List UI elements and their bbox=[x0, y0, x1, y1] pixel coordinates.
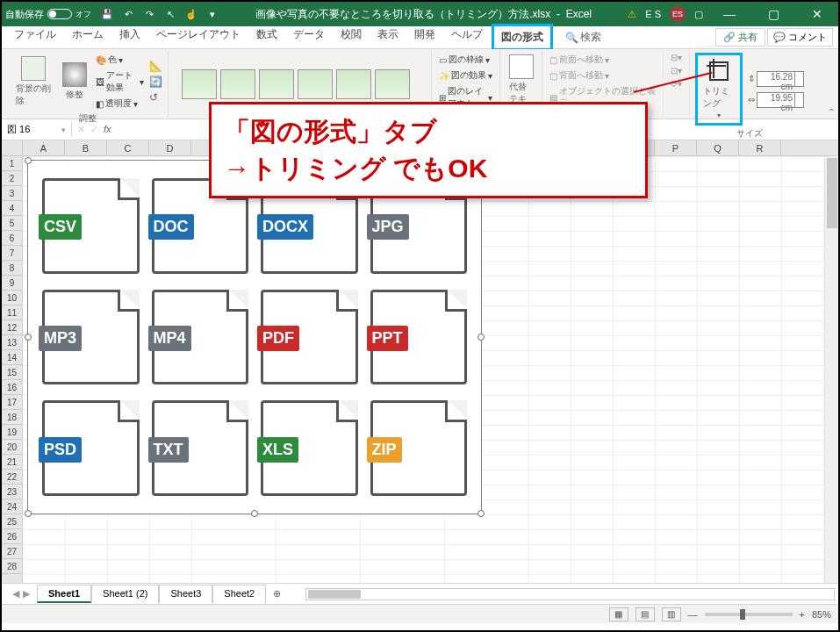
picture-border-button[interactable]: ▭ 図の枠線 ▾ bbox=[437, 53, 492, 67]
row-header[interactable]: 22 bbox=[2, 470, 22, 485]
column-header[interactable]: B bbox=[65, 140, 107, 155]
redo-icon[interactable]: ↷ bbox=[142, 7, 156, 21]
zoom-slider[interactable] bbox=[705, 613, 793, 616]
row-header[interactable]: 20 bbox=[2, 440, 22, 455]
sheet-tab[interactable]: Sheet1 (2) bbox=[91, 585, 159, 603]
style-thumb[interactable] bbox=[259, 69, 294, 99]
row-header[interactable]: 28 bbox=[2, 559, 22, 574]
page-break-button[interactable]: ▥ bbox=[662, 607, 681, 621]
user-avatar[interactable]: ES bbox=[670, 6, 686, 22]
name-box[interactable]: 図 16 ▾ bbox=[2, 123, 72, 136]
row-header[interactable]: 18 bbox=[2, 410, 22, 425]
color-button[interactable]: 🎨 色 ▾ bbox=[94, 53, 146, 67]
remove-background-button[interactable]: 背景の削除 bbox=[12, 54, 55, 109]
ribbon-display-icon[interactable]: ▢ bbox=[694, 9, 703, 20]
width-input[interactable]: 19.95 cm bbox=[757, 92, 804, 108]
tab-データ[interactable]: データ bbox=[286, 24, 332, 51]
resize-handle[interactable] bbox=[25, 334, 32, 341]
resize-handle[interactable] bbox=[477, 334, 485, 341]
style-thumb[interactable] bbox=[336, 69, 371, 99]
close-button[interactable]: ✕ bbox=[800, 7, 835, 21]
vertical-scrollbar[interactable] bbox=[824, 156, 838, 583]
save-icon[interactable]: 💾 bbox=[100, 7, 114, 21]
tab-図の形式[interactable]: 図の形式 bbox=[492, 24, 553, 51]
fx-icon[interactable]: fx bbox=[104, 124, 111, 135]
crop-button[interactable]: トリミング ▾ bbox=[700, 57, 738, 121]
reset-picture-icon[interactable]: ↺ bbox=[149, 91, 162, 104]
cells-area[interactable]: CSVDOCDOCXJPGMP3MP4PDFPPTPSDTXTXLSZIP bbox=[23, 156, 838, 583]
width-spinner[interactable] bbox=[794, 93, 803, 107]
slider-thumb[interactable] bbox=[740, 609, 745, 620]
worksheet-grid[interactable]: 1234567891011121314151617181920212223242… bbox=[2, 140, 838, 583]
add-sheet-button[interactable]: ⊕ bbox=[266, 588, 288, 600]
row-header[interactable]: 3 bbox=[2, 186, 22, 201]
row-header[interactable]: 15 bbox=[2, 365, 22, 380]
tab-ファイル[interactable]: ファイル bbox=[7, 24, 63, 51]
row-header[interactable]: 7 bbox=[2, 246, 22, 261]
column-header[interactable]: P bbox=[655, 140, 697, 155]
row-header[interactable]: 27 bbox=[2, 544, 22, 559]
style-thumb[interactable] bbox=[298, 69, 333, 99]
autosave-toggle[interactable]: 自動保存 オフ bbox=[5, 8, 91, 21]
minimize-button[interactable]: — bbox=[712, 7, 747, 21]
zoom-level[interactable]: 85% bbox=[812, 609, 831, 620]
sheet-tab[interactable]: Sheet2 bbox=[212, 585, 266, 603]
qat-more-icon[interactable]: ▾ bbox=[205, 7, 219, 21]
style-thumb[interactable] bbox=[375, 69, 410, 99]
tab-数式[interactable]: 数式 bbox=[249, 24, 284, 51]
cursor-icon[interactable]: ↖ bbox=[163, 7, 177, 21]
prev-sheet-icon[interactable]: ◀ bbox=[12, 588, 19, 600]
row-header[interactable]: 2 bbox=[2, 171, 22, 186]
scrollbar-thumb[interactable] bbox=[308, 590, 361, 599]
column-header[interactable]: R bbox=[739, 140, 781, 155]
row-header[interactable]: 13 bbox=[2, 335, 22, 350]
row-header[interactable]: 19 bbox=[2, 425, 22, 440]
sheet-nav[interactable]: ◀▶ bbox=[5, 588, 37, 600]
sheet-tab[interactable]: Sheet1 bbox=[37, 585, 91, 603]
style-thumb[interactable] bbox=[182, 69, 217, 99]
style-thumb[interactable] bbox=[220, 69, 255, 99]
height-spinner[interactable] bbox=[794, 72, 803, 86]
tab-校閲[interactable]: 校閲 bbox=[334, 24, 369, 51]
column-header[interactable]: A bbox=[23, 140, 65, 155]
row-header[interactable]: 5 bbox=[2, 216, 22, 231]
column-header[interactable]: D bbox=[149, 140, 191, 155]
compress-icon[interactable]: 📐 bbox=[149, 60, 162, 72]
next-sheet-icon[interactable]: ▶ bbox=[23, 588, 30, 600]
search-label[interactable]: 検索 bbox=[580, 30, 601, 45]
change-picture-icon[interactable]: 🔄 bbox=[149, 75, 162, 88]
row-header[interactable]: 17 bbox=[2, 395, 22, 410]
tab-挿入[interactable]: 挿入 bbox=[112, 24, 147, 51]
enter-formula-icon[interactable]: ✓ bbox=[90, 124, 98, 135]
share-button[interactable]: 🔗 共有 bbox=[715, 28, 765, 47]
row-header[interactable]: 26 bbox=[2, 529, 22, 544]
scrollbar-thumb[interactable] bbox=[827, 158, 837, 228]
maximize-button[interactable]: ▢ bbox=[756, 7, 791, 21]
group-icon[interactable]: ⊡▾ bbox=[671, 66, 682, 75]
resize-handle[interactable] bbox=[251, 510, 258, 517]
row-header[interactable]: 4 bbox=[2, 201, 22, 216]
tab-ページレイアウト[interactable]: ページレイアウト bbox=[149, 24, 248, 51]
tab-開発[interactable]: 開発 bbox=[407, 24, 442, 51]
transparency-button[interactable]: ◧ 透明度 ▾ bbox=[94, 97, 146, 111]
row-header[interactable]: 6 bbox=[2, 231, 22, 246]
warning-icon[interactable]: ⚠ bbox=[628, 9, 636, 20]
cancel-formula-icon[interactable]: ✕ bbox=[77, 124, 85, 135]
height-input[interactable]: 16.28 cm bbox=[757, 71, 804, 87]
row-header[interactable]: 1 bbox=[2, 156, 22, 171]
autosave-switch[interactable] bbox=[47, 9, 72, 19]
page-layout-button[interactable]: ▤ bbox=[635, 607, 655, 621]
normal-view-button[interactable]: ▦ bbox=[609, 607, 628, 621]
horizontal-scrollbar[interactable] bbox=[305, 588, 835, 600]
collapse-ribbon-icon[interactable]: ⌃ bbox=[828, 107, 835, 117]
column-header[interactable]: Q bbox=[697, 140, 739, 155]
zoom-in-button[interactable]: + bbox=[800, 609, 805, 620]
row-header[interactable]: 21 bbox=[2, 455, 22, 470]
row-headers[interactable]: 1234567891011121314151617181920212223242… bbox=[2, 140, 23, 583]
row-header[interactable]: 12 bbox=[2, 320, 22, 335]
picture-effects-button[interactable]: ✨ 図の効果 ▾ bbox=[437, 68, 494, 83]
resize-handle[interactable] bbox=[25, 510, 32, 517]
resize-handle[interactable] bbox=[477, 510, 485, 517]
zoom-out-button[interactable]: — bbox=[688, 609, 698, 620]
sheet-tab[interactable]: Sheet3 bbox=[159, 585, 212, 603]
